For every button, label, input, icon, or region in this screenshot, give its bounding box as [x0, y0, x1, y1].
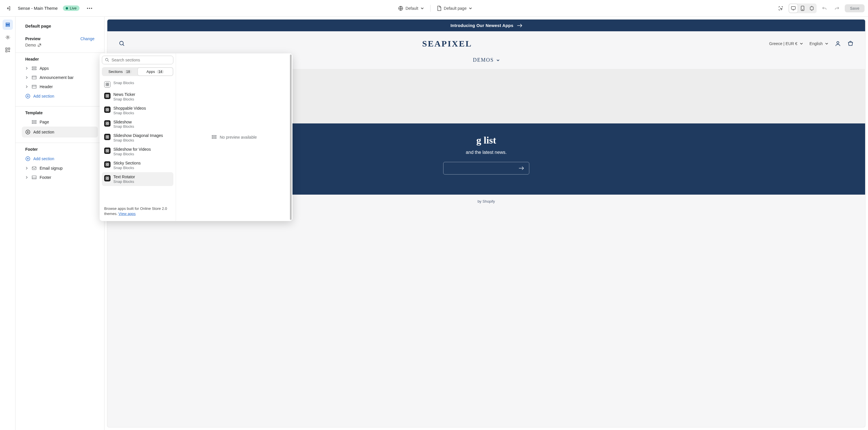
- svg-rect-47: [106, 137, 107, 139]
- tab-apps[interactable]: Apps 14: [138, 68, 173, 75]
- app-list[interactable]: Snap BlocksNews TickerSnap BlocksShoppab…: [102, 79, 174, 203]
- tree-item-footer[interactable]: Footer: [25, 173, 94, 182]
- announcement-text: Introducing Our Newest Apps: [451, 23, 513, 28]
- plus-circle-icon: [25, 129, 30, 134]
- app-list-item[interactable]: Text RotatorSnap Blocks: [102, 172, 174, 186]
- scrollbar[interactable]: [290, 55, 291, 220]
- globe-icon: [398, 6, 403, 11]
- preview-change-link[interactable]: Change: [81, 36, 94, 41]
- arrow-right-icon: [519, 166, 524, 170]
- add-section-header[interactable]: Add section: [25, 91, 94, 101]
- section-search[interactable]: [102, 56, 174, 64]
- app-list-item[interactable]: Sticky SectionsSnap Blocks: [102, 158, 174, 172]
- app-item-subtitle: Snap Blocks: [113, 179, 135, 184]
- tree-item-announcement[interactable]: Announcement bar: [25, 73, 94, 82]
- page-dropdown[interactable]: Default page: [437, 6, 472, 11]
- svg-rect-7: [810, 7, 813, 10]
- svg-rect-33: [106, 94, 107, 96]
- app-item-title: Sticky Sections: [113, 161, 141, 165]
- device-mobile-button[interactable]: [798, 4, 807, 12]
- svg-rect-55: [106, 165, 107, 166]
- tree-item-label: Page: [40, 120, 49, 124]
- app-list-item[interactable]: Shoppable VideosSnap Blocks: [102, 104, 174, 117]
- app-list-item[interactable]: Snap Blocks: [102, 79, 174, 90]
- app-item-subtitle: Snap Blocks: [113, 152, 151, 156]
- svg-rect-61: [212, 135, 216, 136]
- mobile-icon: [801, 6, 805, 11]
- nav-demos[interactable]: DEMOS: [473, 57, 499, 63]
- language-label: English: [809, 41, 823, 46]
- app-block-icon: [104, 81, 111, 88]
- add-section-label: Add section: [33, 94, 54, 98]
- redo-button[interactable]: [832, 3, 842, 13]
- svg-point-26: [120, 41, 123, 45]
- section-search-input[interactable]: [112, 58, 170, 62]
- tree-item-label: Header: [40, 84, 53, 89]
- account-icon[interactable]: [835, 40, 841, 47]
- app-block-icon: [104, 175, 111, 181]
- sidebar: Default page Preview Change Demo Header …: [16, 17, 104, 430]
- app-item-title: Slideshow: [113, 120, 134, 125]
- tab-label: Apps: [146, 69, 155, 74]
- preview-demo-link[interactable]: Demo: [25, 43, 41, 48]
- app-list-item[interactable]: Slideshow for VideosSnap Blocks: [102, 145, 174, 158]
- app-list-item[interactable]: SlideshowSnap Blocks: [102, 117, 174, 131]
- tree-item-apps[interactable]: Apps: [25, 64, 94, 73]
- svg-point-11: [7, 36, 8, 38]
- add-section-footer[interactable]: Add section: [25, 154, 94, 164]
- view-apps-link[interactable]: View apps: [119, 212, 136, 216]
- tree-item-label: Email signup: [40, 166, 63, 171]
- tab-sections[interactable]: Sections 18: [102, 68, 138, 75]
- search-icon[interactable]: [119, 40, 125, 47]
- svg-rect-54: [107, 163, 109, 164]
- undo-icon: [822, 6, 827, 11]
- topbar: Sense - Main Theme Live Default Default …: [0, 0, 868, 17]
- svg-rect-10: [6, 26, 9, 27]
- mailing-input[interactable]: [443, 162, 529, 175]
- inspector-button[interactable]: [776, 3, 786, 13]
- svg-rect-40: [107, 110, 109, 111]
- svg-rect-57: [106, 177, 107, 178]
- rail-sections-button[interactable]: [3, 20, 13, 30]
- theme-status-badge: Live: [63, 5, 80, 11]
- exit-button[interactable]: [3, 3, 13, 13]
- region-dropdown[interactable]: Greece | EUR €: [769, 41, 803, 46]
- undo-button[interactable]: [819, 3, 829, 13]
- app-item-title: News Ticker: [113, 92, 135, 97]
- theme-name: Sense - Main Theme: [18, 6, 58, 11]
- page-label: Default page: [444, 6, 466, 11]
- device-desktop-button[interactable]: [789, 4, 798, 12]
- chevron-right-icon: [25, 67, 28, 70]
- svg-rect-60: [107, 179, 109, 180]
- svg-rect-56: [107, 165, 109, 166]
- locale-dropdown[interactable]: Default: [398, 6, 424, 11]
- page-title: Default page: [16, 22, 104, 32]
- rail-settings-button[interactable]: [3, 32, 13, 42]
- cart-icon[interactable]: [847, 40, 854, 47]
- save-button[interactable]: Save: [845, 4, 865, 12]
- language-dropdown[interactable]: English: [809, 41, 828, 46]
- redo-icon: [834, 6, 840, 11]
- svg-rect-45: [106, 135, 107, 136]
- app-list-item[interactable]: Slideshow Diagonal ImagesSnap Blocks: [102, 131, 174, 145]
- chevron-down-icon: [469, 7, 472, 10]
- svg-rect-24: [32, 167, 36, 170]
- app-item-subtitle: Snap Blocks: [113, 111, 146, 115]
- announcement-bar[interactable]: Introducing Our Newest Apps: [107, 20, 865, 31]
- rail-apps-button[interactable]: [3, 45, 13, 55]
- add-section-template[interactable]: Add section: [22, 127, 98, 137]
- section-tabs: Sections 18 Apps 14: [102, 67, 174, 76]
- app-list-item[interactable]: News TickerSnap Blocks: [102, 90, 174, 104]
- divider: [430, 5, 431, 12]
- section-picker-left: Sections 18 Apps 14 Snap BlocksNews Tick…: [100, 53, 176, 221]
- app-item-title: Slideshow Diagonal Images: [113, 133, 163, 138]
- store-logo[interactable]: SEAPIXEL: [422, 39, 472, 49]
- app-block-icon: [104, 161, 111, 167]
- tree-item-page[interactable]: Page: [25, 117, 94, 127]
- device-fullscreen-button[interactable]: [807, 4, 816, 12]
- svg-rect-9: [6, 24, 9, 25]
- tree-item-header[interactable]: Header: [25, 82, 94, 91]
- svg-rect-49: [106, 149, 107, 150]
- more-actions-button[interactable]: [85, 3, 94, 13]
- tree-item-email-signup[interactable]: Email signup: [25, 164, 94, 173]
